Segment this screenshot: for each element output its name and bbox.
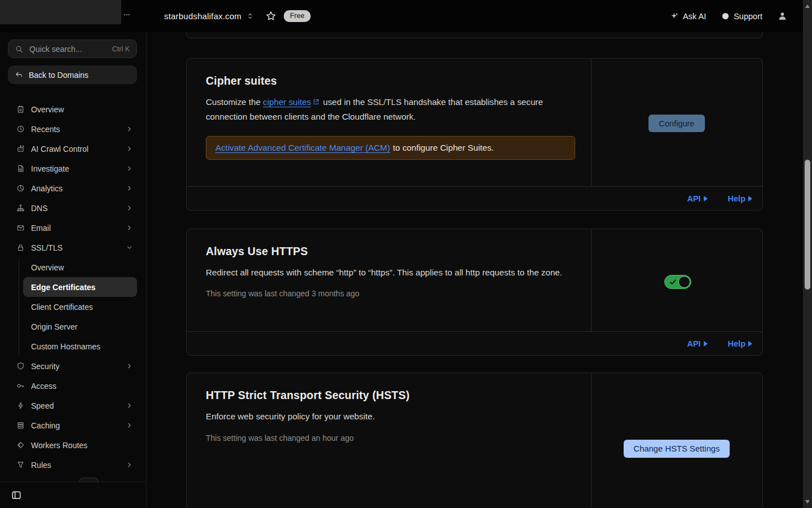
cipher-suites-description: Customize the cipher suites used in the … bbox=[206, 95, 575, 124]
api-link[interactable]: API bbox=[687, 194, 707, 203]
back-to-domains-button[interactable]: Back to Domains bbox=[8, 65, 137, 84]
sidebar-item-label: Caching bbox=[31, 421, 60, 430]
sidebar-item-label: Analytics bbox=[31, 184, 63, 193]
triangle-right-icon bbox=[704, 196, 708, 202]
cipher-suites-card: Cipher suites Customize the cipher suite… bbox=[186, 58, 763, 211]
card-divider bbox=[591, 229, 592, 331]
sidebar-item-label: Security bbox=[31, 362, 60, 371]
always-use-https-toggle[interactable] bbox=[664, 275, 691, 289]
api-link[interactable]: API bbox=[687, 339, 707, 348]
sidebar-item-ssl-tls[interactable]: SSL/TLS bbox=[8, 238, 138, 257]
activate-acm-link[interactable]: Activate Advanced Certificate Manager (A… bbox=[215, 143, 390, 152]
external-link-icon bbox=[312, 98, 320, 106]
sidebar-item-label: Edge Certificates bbox=[31, 283, 95, 292]
sidebar: Ctrl K Back to Domains Overview Recents … bbox=[0, 32, 147, 508]
hsts-card: HTTP Strict Transport Security (HSTS) En… bbox=[186, 373, 763, 508]
scroll-down-arrow-icon[interactable] bbox=[805, 500, 810, 503]
sidebar-nav: Overview Recents AI Crawl Control Invest… bbox=[0, 99, 146, 475]
scroll-up-arrow-icon[interactable] bbox=[805, 5, 810, 8]
search-input[interactable] bbox=[28, 44, 112, 54]
sidebar-item-analytics[interactable]: Analytics bbox=[8, 178, 138, 198]
sidebar-subitem-overview[interactable]: Overview bbox=[23, 257, 137, 277]
ask-ai-button[interactable]: Ask AI bbox=[670, 12, 706, 21]
sidebar-subitem-edge-certificates[interactable]: Edge Certificates bbox=[23, 277, 137, 297]
domain-switcher-icon[interactable] bbox=[246, 12, 254, 20]
collapse-sidebar-icon[interactable] bbox=[11, 490, 21, 500]
layers-icon bbox=[16, 421, 25, 430]
account-menu-redacted[interactable] bbox=[0, 0, 121, 24]
sidebar-subitem-custom-hostnames[interactable]: Custom Hostnames bbox=[23, 336, 137, 356]
sidebar-item-label: Access bbox=[31, 382, 56, 391]
sidebar-item-label: Client Certificates bbox=[31, 303, 93, 312]
hsts-title: HTTP Strict Transport Security (HSTS) bbox=[206, 389, 575, 402]
svg-text:?: ? bbox=[724, 14, 727, 19]
page-scrollbar[interactable] bbox=[803, 0, 812, 508]
always-use-https-card: Always Use HTTPS Redirect all requests w… bbox=[186, 229, 763, 356]
favorite-star-icon[interactable] bbox=[266, 11, 276, 21]
sidebar-item-label: DNS bbox=[31, 204, 48, 213]
domain-group: starbudshalifax.com Free bbox=[164, 0, 311, 32]
scrollbar-thumb[interactable] bbox=[805, 160, 810, 290]
change-hsts-settings-button[interactable]: Change HSTS Settings bbox=[624, 440, 730, 458]
always-use-https-title: Always Use HTTPS bbox=[206, 245, 575, 258]
chevron-right-icon bbox=[126, 402, 133, 409]
cipher-suites-doc-link[interactable]: cipher suites bbox=[263, 97, 311, 107]
sidebar-item-rules[interactable]: Rules bbox=[8, 455, 138, 475]
user-avatar-icon[interactable] bbox=[778, 11, 787, 21]
plan-badge: Free bbox=[284, 10, 311, 22]
sidebar-item-label: Investigate bbox=[31, 164, 69, 173]
search-shortcut: Ctrl K bbox=[112, 45, 130, 53]
chevron-right-icon bbox=[126, 461, 133, 468]
sidebar-item-speed[interactable]: Speed bbox=[8, 396, 138, 415]
top-bar: ... starbudshalifax.com Free Ask AI ? Su… bbox=[0, 0, 812, 32]
support-label: Support bbox=[734, 12, 762, 21]
help-link[interactable]: Help bbox=[728, 339, 752, 348]
hsts-last-changed: This setting was last changed an hour ag… bbox=[206, 433, 575, 443]
sidebar-item-recents[interactable]: Recents bbox=[8, 119, 138, 139]
sidebar-item-access[interactable]: Access bbox=[8, 376, 138, 396]
ask-ai-label: Ask AI bbox=[683, 12, 706, 21]
hsts-description: Enforce web security policy for your web… bbox=[206, 409, 575, 424]
sidebar-item-dns[interactable]: DNS bbox=[8, 198, 138, 218]
sidebar-item-security[interactable]: Security bbox=[8, 356, 138, 376]
cipher-card-footer: API Help bbox=[187, 186, 762, 210]
robot-icon bbox=[16, 144, 25, 153]
triangle-right-icon bbox=[704, 341, 708, 347]
sidebar-item-overview[interactable]: Overview bbox=[8, 99, 138, 119]
clock-icon bbox=[16, 125, 25, 133]
workers-icon bbox=[16, 441, 25, 449]
sidebar-item-label: Overview bbox=[31, 105, 64, 114]
sparkle-icon bbox=[670, 12, 679, 20]
https-card-footer: API Help bbox=[187, 331, 762, 355]
chevron-right-icon bbox=[126, 165, 133, 172]
sidebar-item-investigate[interactable]: Investigate bbox=[8, 159, 138, 178]
support-button[interactable]: ? Support bbox=[721, 12, 762, 21]
mail-icon bbox=[16, 224, 25, 232]
sidebar-item-label: Workers Routes bbox=[31, 441, 87, 450]
chevron-right-icon bbox=[126, 224, 133, 231]
sidebar-item-workers-routes[interactable]: Workers Routes bbox=[8, 435, 138, 455]
back-arrow-icon bbox=[15, 71, 23, 79]
hsts-action-column: Change HSTS Settings bbox=[591, 373, 762, 508]
chevron-right-icon bbox=[126, 204, 133, 212]
key-icon bbox=[16, 382, 25, 390]
question-circle-icon: ? bbox=[721, 12, 730, 20]
pie-chart-icon bbox=[16, 184, 25, 192]
acm-banner-text: to configure Cipher Suites. bbox=[393, 143, 494, 152]
sidebar-subitem-origin-server[interactable]: Origin Server bbox=[23, 317, 137, 336]
configure-button[interactable]: Configure bbox=[648, 115, 705, 132]
sidebar-item-label: AI Crawl Control bbox=[31, 144, 89, 154]
cloudflare-dashboard: ... starbudshalifax.com Free Ask AI ? Su… bbox=[0, 0, 812, 508]
triangle-right-icon bbox=[748, 341, 752, 347]
sidebar-item-label: Email bbox=[31, 224, 51, 233]
back-to-domains-label: Back to Domains bbox=[29, 71, 89, 80]
sidebar-item-caching[interactable]: Caching bbox=[8, 415, 138, 435]
quick-search[interactable]: Ctrl K bbox=[8, 40, 137, 58]
document-icon bbox=[16, 164, 25, 173]
sidebar-item-ai-crawl-control[interactable]: AI Crawl Control bbox=[8, 139, 138, 159]
help-link[interactable]: Help bbox=[728, 194, 752, 203]
sidebar-item-email[interactable]: Email bbox=[8, 218, 138, 238]
top-bar-right: Ask AI ? Support bbox=[670, 0, 787, 32]
lock-icon bbox=[16, 243, 25, 252]
sidebar-subitem-client-certificates[interactable]: Client Certificates bbox=[23, 297, 137, 317]
